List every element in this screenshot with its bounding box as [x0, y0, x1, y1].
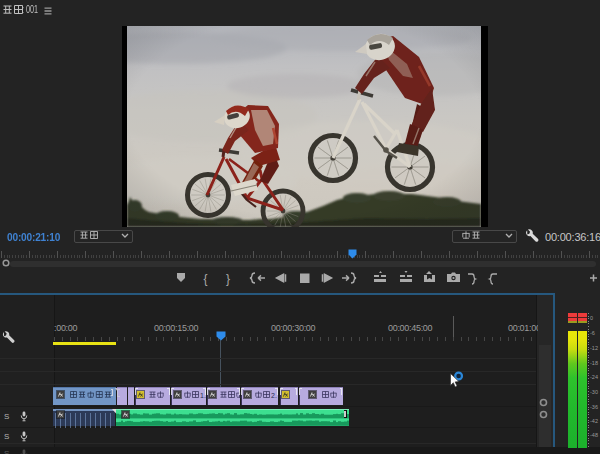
svg-text:{: { [203, 272, 207, 286]
svg-text:}: } [226, 272, 230, 286]
